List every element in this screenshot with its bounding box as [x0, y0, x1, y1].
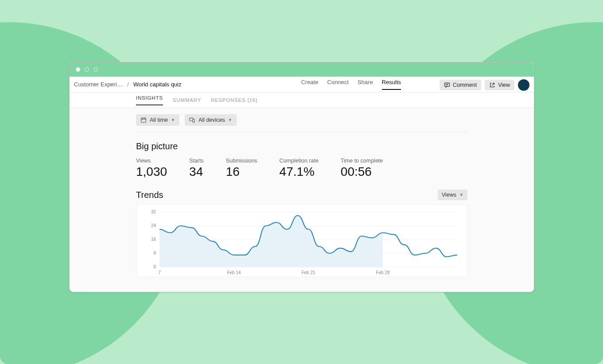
stat-submissions-value: 16: [226, 165, 257, 179]
stat-views: Views 1,030: [136, 158, 167, 179]
svg-text:Feb 28: Feb 28: [376, 270, 390, 275]
svg-text:8: 8: [153, 251, 156, 256]
stat-completion-value: 47.1%: [280, 165, 319, 179]
nav-results[interactable]: Results: [382, 79, 401, 90]
filter-devices[interactable]: All devices ▼: [185, 114, 237, 126]
filter-devices-label: All devices: [198, 117, 225, 123]
stat-time-value: 00:56: [341, 165, 383, 179]
avatar[interactable]: [518, 79, 529, 91]
trends-chart-svg: 081624327Feb 14Feb 21Feb 28: [143, 209, 462, 276]
window-titlebar: [70, 62, 534, 77]
nav-create[interactable]: Create: [301, 79, 318, 90]
comment-button-label: Comment: [453, 82, 477, 88]
content-area: All time ▼ All devices ▼ Big picture Vie…: [70, 108, 534, 292]
stat-submissions-label: Submissions: [226, 158, 257, 164]
trends-header: Trends Views ▼: [136, 190, 467, 200]
tab-responses[interactable]: RESPONSES [16]: [211, 97, 257, 103]
view-button[interactable]: View: [485, 80, 514, 90]
svg-rect-4: [141, 118, 146, 123]
svg-text:7: 7: [158, 270, 161, 275]
main-nav: Create Connect Share Results: [301, 79, 401, 90]
svg-text:16: 16: [151, 237, 156, 242]
stat-completion-label: Completion rate: [280, 158, 319, 164]
breadcrumb-parent[interactable]: Customer Experie…: [74, 81, 123, 88]
svg-text:0: 0: [153, 264, 156, 269]
svg-rect-0: [444, 83, 449, 86]
page-title[interactable]: World capitals quiz: [133, 81, 182, 88]
svg-text:24: 24: [151, 223, 156, 228]
window-control-max-icon[interactable]: [93, 67, 98, 72]
stats-row: Views 1,030 Starts 34 Submissions 16 Com…: [136, 158, 467, 179]
app-window: Customer Experie… / World capitals quiz …: [69, 62, 534, 292]
breadcrumb-separator: /: [127, 81, 129, 88]
comment-icon: [444, 82, 450, 88]
view-button-label: View: [498, 82, 510, 88]
calendar-icon: [140, 117, 147, 123]
window-control-close-icon[interactable]: [76, 67, 80, 72]
stat-completion: Completion rate 47.1%: [280, 158, 319, 179]
chevron-down-icon: ▼: [171, 118, 175, 122]
filter-time[interactable]: All time ▼: [136, 114, 179, 126]
devices-icon: [189, 117, 195, 123]
trends-heading: Trends: [136, 190, 163, 200]
stat-starts-value: 34: [189, 165, 204, 179]
filter-time-label: All time: [150, 117, 168, 123]
header-actions: Comment View: [440, 79, 529, 91]
stat-views-label: Views: [136, 158, 167, 164]
chevron-down-icon: ▼: [459, 193, 463, 197]
stat-starts-label: Starts: [189, 158, 204, 164]
stat-submissions: Submissions 16: [226, 158, 257, 179]
svg-rect-9: [193, 119, 195, 122]
svg-line-3: [492, 83, 494, 85]
chevron-down-icon: ▼: [228, 118, 232, 122]
tab-insights[interactable]: INSIGHTS: [136, 95, 163, 105]
stat-time: Time to complete 00:56: [341, 158, 383, 179]
tab-summary[interactable]: SUMMARY: [173, 97, 201, 103]
svg-text:Feb 14: Feb 14: [227, 270, 241, 275]
external-link-icon: [489, 82, 495, 88]
nav-connect[interactable]: Connect: [327, 79, 349, 90]
nav-share[interactable]: Share: [358, 79, 373, 90]
svg-text:32: 32: [151, 209, 156, 214]
svg-text:Feb 21: Feb 21: [301, 270, 315, 275]
big-picture-heading: Big picture: [136, 141, 467, 151]
trends-metric-label: Views: [442, 192, 456, 198]
stat-starts: Starts 34: [189, 158, 204, 179]
filters-row: All time ▼ All devices ▼: [136, 114, 467, 132]
stat-views-value: 1,030: [136, 165, 167, 179]
trends-metric-selector[interactable]: Views ▼: [438, 190, 467, 200]
comment-button[interactable]: Comment: [440, 80, 481, 90]
window-control-min-icon[interactable]: [85, 67, 89, 72]
trends-chart: 081624327Feb 14Feb 21Feb 28: [136, 205, 467, 277]
stat-time-label: Time to complete: [341, 158, 383, 164]
results-subnav: INSIGHTS SUMMARY RESPONSES [16]: [70, 93, 534, 108]
